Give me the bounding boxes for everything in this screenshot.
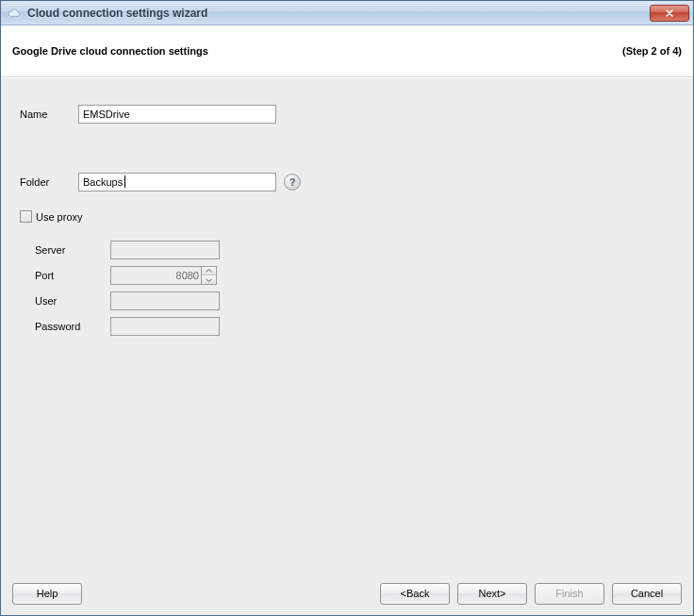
row-proxy-server: Server xyxy=(35,241,220,259)
close-icon xyxy=(665,8,674,18)
cancel-button[interactable]: Cancel xyxy=(612,583,682,605)
next-button[interactable]: Next> xyxy=(457,583,527,605)
user-input[interactable] xyxy=(110,291,220,310)
help-button[interactable]: Help xyxy=(12,583,82,605)
row-proxy-port: Port xyxy=(35,266,217,285)
row-folder: Folder ? xyxy=(20,173,301,191)
password-label: Password xyxy=(35,321,110,332)
chevron-down-icon xyxy=(206,278,212,282)
text-caret xyxy=(124,175,125,188)
row-use-proxy: Use proxy xyxy=(20,210,83,223)
chevron-up-icon xyxy=(206,269,212,273)
port-stepper[interactable] xyxy=(110,266,217,285)
row-proxy-password: Password xyxy=(35,317,220,336)
titlebar[interactable]: Cloud connection settings wizard xyxy=(1,1,693,25)
subheader: Google Drive cloud connection settings (… xyxy=(1,25,693,77)
cloud-icon xyxy=(7,6,22,21)
form-body: Name Folder ? Use proxy Server Port xyxy=(1,77,693,572)
name-label: Name xyxy=(20,108,78,120)
server-input[interactable] xyxy=(110,241,220,259)
folder-input[interactable] xyxy=(78,173,276,191)
password-input[interactable] xyxy=(110,317,220,336)
folder-input-wrap xyxy=(78,173,276,191)
page-subtitle: Google Drive cloud connection settings xyxy=(12,45,622,57)
row-name: Name xyxy=(20,105,276,124)
server-label: Server xyxy=(35,244,110,256)
close-button[interactable] xyxy=(650,5,689,22)
help-icon: ? xyxy=(289,176,296,188)
row-proxy-user: User xyxy=(35,291,220,310)
use-proxy-label: Use proxy xyxy=(36,211,83,223)
footer: Help <Back Next> Finish Cancel xyxy=(1,572,693,615)
port-input[interactable] xyxy=(110,266,201,285)
folder-label: Folder xyxy=(20,176,78,188)
wizard-window: Cloud connection settings wizard Google … xyxy=(0,0,694,616)
finish-button[interactable]: Finish xyxy=(535,583,604,605)
port-spin-up[interactable] xyxy=(202,267,216,275)
use-proxy-checkbox[interactable] xyxy=(20,210,32,223)
step-indicator: (Step 2 of 4) xyxy=(622,45,682,57)
window-title: Cloud connection settings wizard xyxy=(27,7,650,20)
user-label: User xyxy=(35,295,110,307)
port-spin-down[interactable] xyxy=(202,275,216,284)
port-label: Port xyxy=(35,270,110,281)
back-button[interactable]: <Back xyxy=(380,583,450,605)
port-spin xyxy=(201,266,217,285)
folder-help-button[interactable]: ? xyxy=(284,174,301,191)
name-input[interactable] xyxy=(78,105,276,124)
